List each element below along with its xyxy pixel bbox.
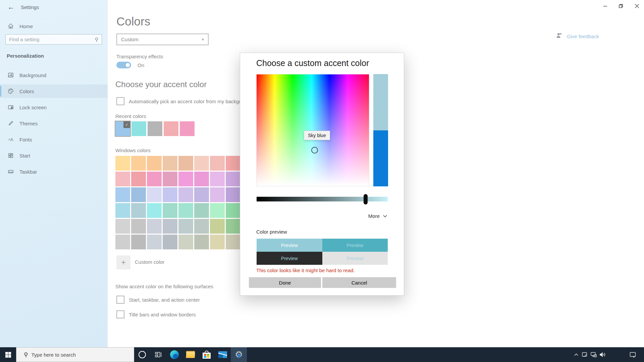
windows-color-swatch[interactable]	[147, 219, 162, 234]
action-center-icon[interactable]	[628, 347, 637, 362]
sidebar-item-colors[interactable]: Colors	[0, 84, 108, 98]
windows-color-swatch[interactable]	[163, 235, 177, 249]
windows-color-swatch[interactable]	[194, 203, 209, 218]
sidebar-search[interactable]: ⚲	[5, 34, 102, 45]
preview-tile: Preview	[322, 239, 388, 252]
windows-color-swatch[interactable]	[131, 187, 146, 202]
windows-color-swatch[interactable]	[131, 235, 146, 249]
windows-color-swatch[interactable]	[178, 235, 193, 249]
windows-color-swatch[interactable]	[210, 219, 225, 234]
tray-chevron-up-icon[interactable]	[572, 347, 580, 362]
custom-color-button[interactable]: +	[116, 255, 130, 269]
recent-color-swatch[interactable]	[164, 121, 178, 136]
windows-color-swatch[interactable]	[147, 156, 162, 171]
windows-color-swatch[interactable]	[131, 219, 146, 234]
windows-color-swatch[interactable]	[163, 203, 177, 218]
windows-color-swatch[interactable]	[226, 156, 240, 171]
windows-color-swatch[interactable]	[178, 203, 193, 218]
windows-color-swatch[interactable]	[115, 235, 130, 249]
transparency-toggle[interactable]	[116, 62, 131, 68]
color-picker-cursor[interactable]	[311, 147, 318, 154]
taskbar-app-file-explorer[interactable]	[182, 347, 199, 362]
windows-color-swatch[interactable]	[147, 203, 162, 218]
windows-color-swatch[interactable]	[226, 235, 240, 249]
windows-color-swatch[interactable]	[147, 187, 162, 202]
sidebar-item-taskbar[interactable]: Taskbar	[0, 165, 108, 178]
windows-color-swatch[interactable]	[131, 156, 146, 171]
windows-color-swatch[interactable]	[194, 156, 209, 171]
windows-color-swatch[interactable]	[194, 235, 209, 249]
start-button[interactable]	[0, 347, 16, 362]
windows-color-swatch[interactable]	[147, 172, 162, 186]
tray-network-icon[interactable]	[590, 347, 598, 362]
value-bar[interactable]	[373, 74, 388, 186]
recent-color-swatch[interactable]: ✓	[115, 121, 130, 136]
tray-tablet-icon[interactable]	[581, 347, 589, 362]
windows-color-swatch[interactable]	[210, 203, 225, 218]
surface-checkbox[interactable]	[116, 310, 124, 318]
windows-color-swatch[interactable]	[178, 156, 193, 171]
search-icon[interactable]: ⚲	[92, 37, 102, 43]
close-button[interactable]	[629, 0, 644, 12]
color-gradient-picker[interactable]	[256, 74, 369, 186]
sidebar-item-start[interactable]: Start	[0, 149, 108, 162]
windows-color-swatch[interactable]	[226, 219, 240, 234]
windows-color-swatch[interactable]	[210, 235, 225, 249]
windows-color-swatch[interactable]	[226, 187, 240, 202]
windows-color-swatch[interactable]	[131, 172, 146, 186]
restore-button[interactable]	[613, 0, 629, 12]
search-input[interactable]	[6, 37, 92, 42]
windows-color-swatch[interactable]	[115, 172, 130, 186]
taskbar-app-task-view[interactable]	[150, 347, 166, 362]
windows-color-swatch[interactable]	[194, 219, 209, 234]
tray-volume-icon[interactable]	[598, 347, 607, 362]
sidebar-item-background[interactable]: Background	[0, 68, 108, 82]
windows-color-swatch[interactable]	[210, 187, 225, 202]
auto-accent-checkbox[interactable]	[116, 97, 124, 105]
windows-color-swatch[interactable]	[178, 219, 193, 234]
sidebar-item-themes[interactable]: Themes	[0, 117, 108, 130]
windows-color-swatch[interactable]	[147, 235, 162, 249]
sidebar-item-lock-screen[interactable]: Lock screen	[0, 101, 108, 114]
taskbar-app-settings[interactable]: ⚙	[231, 347, 247, 362]
value-slider-track[interactable]	[257, 197, 388, 201]
taskbar-app-store[interactable]	[199, 347, 215, 362]
windows-color-swatch[interactable]	[210, 156, 225, 171]
taskbar-app-edge[interactable]	[166, 347, 182, 362]
windows-color-swatch[interactable]	[163, 187, 177, 202]
windows-color-swatch[interactable]	[115, 219, 130, 234]
windows-color-swatch[interactable]	[194, 172, 209, 186]
taskbar-search-input[interactable]	[31, 352, 115, 358]
recent-color-swatch[interactable]	[148, 121, 162, 136]
value-slider-thumb[interactable]	[364, 194, 368, 204]
windows-color-swatch[interactable]	[163, 172, 177, 186]
taskbar-search[interactable]: ⚲	[16, 347, 134, 362]
sidebar-item-home[interactable]: Home	[0, 19, 108, 33]
recent-color-swatch[interactable]	[180, 121, 195, 136]
give-feedback-link[interactable]: Give feedback	[555, 32, 599, 40]
minimize-button[interactable]	[597, 0, 613, 12]
more-expander[interactable]: More	[368, 213, 387, 219]
windows-color-swatch[interactable]	[226, 203, 240, 218]
windows-color-swatch[interactable]	[226, 172, 240, 186]
windows-color-swatch[interactable]	[210, 172, 225, 186]
preview-tile: Preview	[322, 252, 388, 265]
windows-color-swatch[interactable]	[163, 156, 177, 171]
windows-color-swatch[interactable]	[115, 187, 130, 202]
windows-color-swatch[interactable]	[194, 187, 209, 202]
recent-color-swatch[interactable]	[131, 121, 146, 136]
windows-color-swatch[interactable]	[163, 219, 177, 234]
surface-checkbox[interactable]	[116, 296, 124, 304]
cancel-button[interactable]: Cancel	[322, 277, 396, 288]
taskbar-app-mail[interactable]	[215, 347, 231, 362]
windows-color-swatch[interactable]	[178, 172, 193, 186]
windows-color-swatch[interactable]	[115, 156, 130, 171]
windows-color-swatch[interactable]	[178, 187, 193, 202]
windows-color-swatch[interactable]	[131, 203, 146, 218]
color-mode-dropdown[interactable]: Custom ▾	[116, 34, 209, 45]
back-arrow-icon[interactable]: ←	[5, 2, 17, 12]
done-button[interactable]: Done	[249, 277, 321, 288]
windows-color-swatch[interactable]	[115, 203, 130, 218]
sidebar-item-fonts[interactable]: AA Fonts	[0, 133, 108, 146]
taskbar-app-cortana[interactable]	[134, 347, 150, 362]
